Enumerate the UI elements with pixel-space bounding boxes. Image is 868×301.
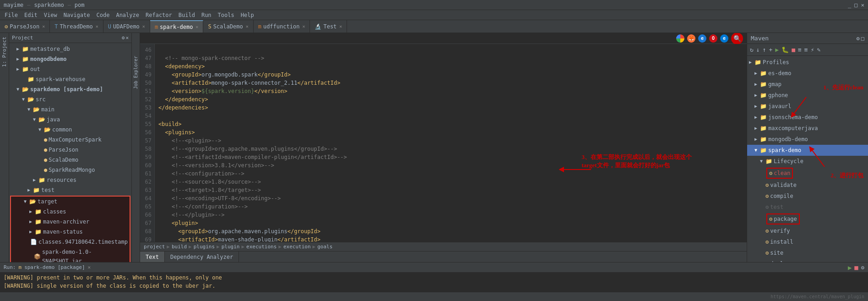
project-panel-settings[interactable]: ⚙ — [122, 35, 125, 41]
menu-file[interactable]: File — [2, 12, 21, 18]
tab-spark-demo-close[interactable]: ✕ — [195, 24, 198, 29]
menu-analyze[interactable]: Analyze — [113, 12, 142, 18]
maven-btn-skip-tests[interactable]: ≡ — [797, 46, 803, 53]
tree-item-mongodbdemo[interactable]: ▶ 📁 mongodbdemo — [9, 54, 131, 64]
opera-icon[interactable]: O — [709, 34, 717, 43]
ie-icon[interactable]: e — [698, 34, 706, 43]
tree-item-target[interactable]: ▼ 📂 target — [11, 197, 130, 207]
tab-scalademo[interactable]: S ScalaDemo ✕ — [203, 20, 253, 33]
tab-parsejson-close[interactable]: ✕ — [42, 24, 45, 29]
menu-tools[interactable]: Tools — [215, 12, 237, 18]
tab-threaddemo-close[interactable]: ✕ — [96, 24, 98, 29]
job-explorer-label[interactable]: Job Explorer — [133, 56, 138, 89]
tab-udffunction-close[interactable]: ✕ — [302, 24, 305, 29]
tab-udafdemo-close[interactable]: ✕ — [142, 24, 145, 29]
tab-test[interactable]: 🔬 Test ✕ — [310, 20, 347, 33]
maven-btn-run[interactable]: ▶ — [774, 46, 780, 53]
window-controls[interactable]: _ □ ✕ — [848, 2, 864, 8]
breadcrumb-project[interactable]: project — [144, 244, 165, 250]
maven-item-profiles[interactable]: ▶ 📁 Profiles — [747, 57, 868, 68]
maven-item-compile[interactable]: ⚙ compile — [747, 191, 868, 202]
tab-udafdemo[interactable]: U UDAFDemo ✕ — [103, 20, 150, 33]
tree-item-metastore-db[interactable]: ▶ 📁 metastore_db — [9, 44, 131, 54]
tab-udffunction[interactable]: m udffunction ✕ — [254, 20, 310, 33]
tree-item-timestamp[interactable]: 📄 classes.947180642.timestamp — [11, 237, 130, 247]
maven-item-clean[interactable]: ⚙ clean — [748, 167, 867, 180]
maven-item-install[interactable]: ⚙ install — [747, 236, 868, 247]
tree-item-maven-archiver[interactable]: ▶ 📁 maven-archiver — [11, 217, 130, 227]
maven-btn-refresh[interactable]: ↻ — [749, 46, 754, 53]
breadcrumb-execution[interactable]: execution — [283, 244, 311, 250]
maven-item-lifecycle[interactable]: ▼ 📁 Lifecycle — [747, 156, 868, 167]
breadcrumb-goals[interactable]: goals — [317, 244, 332, 250]
menu-code[interactable]: Code — [94, 12, 113, 18]
maven-expand-icon[interactable]: □ — [861, 35, 864, 42]
tab-scalademo-close[interactable]: ✕ — [246, 24, 249, 29]
run-stop-button[interactable]: ■ — [854, 264, 858, 271]
tab-parsejson[interactable]: ⚙ ParseJson ✕ — [0, 20, 50, 33]
maven-item-gphone[interactable]: ▶ 📁 gphone — [747, 90, 868, 101]
tree-item-scalademo[interactable]: ● ScalaDemo — [9, 155, 131, 165]
code-editor[interactable]: <!-- mongo-spark-connector --> <dependen… — [155, 44, 747, 242]
tree-item-test[interactable]: ▶ 📁 test — [9, 185, 131, 195]
chrome-icon[interactable] — [676, 34, 684, 43]
tab-text[interactable]: Text — [140, 252, 165, 263]
maven-item-es-demo[interactable]: ▶ 📁 es-demo — [747, 68, 868, 79]
tree-item-java[interactable]: ▼ 📂 java — [9, 115, 131, 125]
tree-item-out[interactable]: ▶ 📁 out — [9, 64, 131, 74]
tree-item-spark-warehouse[interactable]: 📁 spark-warehouse — [9, 74, 131, 84]
menu-help[interactable]: Help — [238, 12, 257, 18]
maven-btn-upload[interactable]: ↑ — [762, 46, 767, 53]
maven-item-javaurl[interactable]: ▶ 📁 javaurl — [747, 101, 868, 112]
menu-run[interactable]: Run — [199, 12, 214, 18]
maven-item-test[interactable]: ⚙ test — [747, 202, 868, 213]
project-explorer-icon[interactable]: 1: Project — [1, 37, 7, 67]
tree-item-src[interactable]: ▼ 📂 src — [9, 94, 131, 104]
tree-item-common[interactable]: ▼ 📂 common — [9, 125, 131, 135]
maven-settings-icon[interactable]: ⚙ — [857, 35, 860, 42]
maven-btn-edit[interactable]: ✎ — [816, 46, 821, 53]
maven-item-validate[interactable]: ⚙ validate — [747, 180, 868, 191]
menu-navigate[interactable]: Navigate — [61, 12, 93, 18]
firefox-icon[interactable]: 🦊 — [687, 34, 695, 43]
run-close[interactable]: ✕ — [88, 264, 91, 270]
search-button[interactable]: 🔍 — [731, 33, 743, 44]
tree-item-sparkdemo[interactable]: ▼ 📂 sparkdemo [spark-demo] — [9, 84, 131, 94]
tree-item-parsejson[interactable]: ● ParseJson — [9, 145, 131, 155]
maven-item-deploy[interactable]: ⚙ deploy — [747, 258, 868, 262]
run-play-button[interactable]: ▶ — [848, 264, 852, 271]
maven-btn-add[interactable]: + — [768, 46, 773, 53]
tree-item-sparkreadmongo[interactable]: ● SparkReadMongo — [9, 165, 131, 175]
maven-btn-profiles[interactable]: ≡ — [803, 46, 809, 53]
maven-item-site[interactable]: ⚙ site — [747, 247, 868, 258]
breadcrumb-build[interactable]: build — [172, 244, 187, 250]
maven-btn-download[interactable]: ↓ — [755, 46, 761, 53]
maven-btn-stop[interactable]: ■ — [791, 46, 796, 53]
maven-item-verify[interactable]: ⚙ verify — [747, 225, 868, 236]
tab-dependency-analyzer[interactable]: Dependency Analyzer — [165, 252, 239, 263]
maven-item-gmap[interactable]: ▶ 📁 gmap — [747, 79, 868, 90]
tree-item-snapshot-jar[interactable]: 📦 spark-demo-1.0-SNAPSHOT.jar — [11, 247, 130, 262]
maven-item-spark-demo[interactable]: ▼ 📁 spark-demo — [747, 145, 868, 156]
menu-edit[interactable]: Edit — [22, 12, 40, 18]
maven-item-jsonschema-demo[interactable]: ▶ 📁 jsonschema-demo — [747, 112, 868, 123]
maven-item-package[interactable]: ⚙ package — [748, 213, 867, 225]
run-gear-button[interactable]: ⚙ — [861, 264, 864, 271]
maven-item-mongodb-demo[interactable]: ▶ 📁 mongodb-demo — [747, 134, 868, 145]
tree-item-maven-status[interactable]: ▶ 📁 maven-status — [11, 227, 130, 237]
edge-icon[interactable]: e — [720, 34, 728, 43]
maven-btn-debug[interactable]: 🐛 — [781, 46, 790, 53]
maven-btn-settings2[interactable]: ⚡ — [810, 46, 815, 53]
maven-item-maxcomputerjava[interactable]: ▶ 📁 maxcomputerjava — [747, 123, 868, 134]
tree-item-classes[interactable]: ▶ 📁 classes — [11, 207, 130, 217]
menu-view[interactable]: View — [41, 12, 60, 18]
tree-item-maxcomputerspark[interactable]: ● MaxComputerSpark — [9, 135, 131, 145]
project-panel-close[interactable]: ✕ — [125, 35, 129, 41]
menu-refactor[interactable]: Refactor — [143, 12, 175, 18]
tab-threaddemo[interactable]: T ThreadDemo ✕ — [50, 20, 103, 33]
breadcrumb-executions[interactable]: executions — [246, 244, 277, 250]
tree-item-main[interactable]: ▼ 📂 main — [9, 104, 131, 115]
tab-spark-demo[interactable]: m spark-demo ✕ — [150, 20, 204, 33]
tree-item-resources[interactable]: ▶ 📁 resources — [9, 175, 131, 185]
tab-test-close[interactable]: ✕ — [339, 24, 342, 29]
